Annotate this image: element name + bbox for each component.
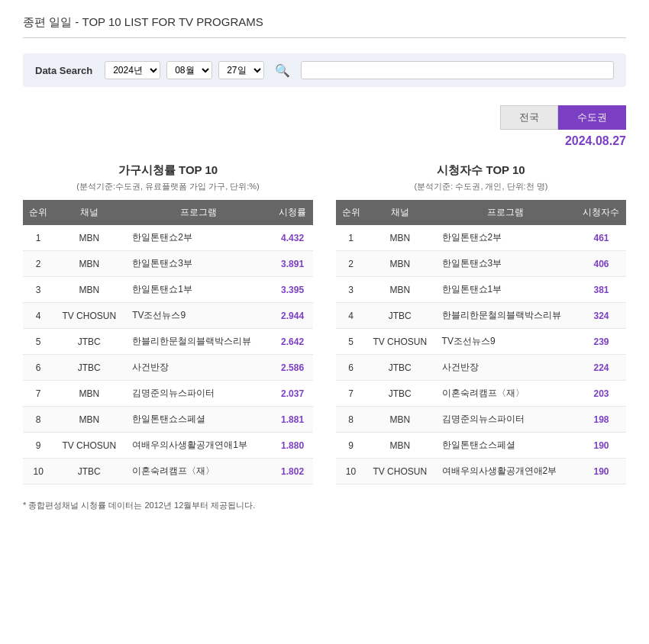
rank-cell: 10 [23, 459, 53, 485]
program-cell: 김명준의뉴스파이터 [434, 407, 576, 433]
table-row: 10 JTBC 이혼숙려캠프〈재〉 1.802 [23, 459, 313, 485]
rating-cell: 2.037 [272, 381, 313, 407]
table-row: 9 TV CHOSUN 여배우의사생활공개연애1부 1.880 [23, 433, 313, 459]
rank-cell: 2 [23, 251, 53, 277]
rating-cell: 3.891 [272, 251, 313, 277]
channel-cell: TV CHOSUN [366, 329, 434, 355]
channel-cell: TV CHOSUN [366, 459, 434, 485]
channel-cell: JTBC [53, 355, 124, 381]
program-cell: 한블리한문철의블랙박스리뷰 [124, 329, 272, 355]
channel-cell: JTBC [53, 329, 124, 355]
table-row: 1 MBN 한일톤탠쇼2부 461 [336, 225, 626, 251]
region-btn-metro[interactable]: 수도권 [558, 105, 626, 130]
viewers-cell: 461 [576, 225, 626, 251]
search-button[interactable]: 🔍 [270, 62, 295, 79]
right-table-subtitle: (분석기준: 수도권, 개인, 단위:천 명) [336, 181, 626, 192]
rank-cell: 8 [23, 407, 53, 433]
program-cell: 한일톤탠쇼2부 [124, 225, 272, 251]
right-table-title: 시청자수 TOP 10 [336, 163, 626, 178]
rank-cell: 5 [23, 329, 53, 355]
program-cell: 한일톤탠쇼2부 [434, 225, 576, 251]
table-row: 5 TV CHOSUN TV조선뉴스9 239 [336, 329, 626, 355]
channel-cell: MBN [366, 225, 434, 251]
left-table: 순위 채널 프로그램 시청률 1 MBN 한일톤탠쇼2부 4.432 2 MBN… [23, 200, 313, 485]
program-cell: 한일톤탠쇼3부 [434, 251, 576, 277]
rank-cell: 9 [336, 433, 366, 459]
table-row: 6 JTBC 사건반장 2.586 [23, 355, 313, 381]
viewers-cell: 190 [576, 433, 626, 459]
left-table-subtitle: (분석기준:수도권, 유료플랫폼 가입 가구, 단위:%) [23, 181, 313, 192]
table-row: 5 JTBC 한블리한문철의블랙박스리뷰 2.642 [23, 329, 313, 355]
table-row: 7 JTBC 이혼숙려캠프〈재〉 203 [336, 381, 626, 407]
program-cell: TV조선뉴스9 [434, 329, 576, 355]
rating-cell: 2.642 [272, 329, 313, 355]
table-row: 2 MBN 한일톤탠쇼3부 3.891 [23, 251, 313, 277]
left-table-section: 가구시청률 TOP 10 (분석기준:수도권, 유료플랫폼 가입 가구, 단위:… [23, 163, 313, 485]
right-col-rank: 순위 [336, 200, 366, 225]
program-cell: 여배우의사생활공개연애1부 [124, 433, 272, 459]
rank-cell: 10 [336, 459, 366, 485]
table-row: 10 TV CHOSUN 여배우의사생활공개연애2부 190 [336, 459, 626, 485]
program-cell: 한블리한문철의블랙박스리뷰 [434, 303, 576, 329]
channel-cell: MBN [53, 407, 124, 433]
search-input[interactable] [301, 61, 614, 79]
left-col-rank: 순위 [23, 200, 53, 225]
table-row: 8 MBN 한일톤탠쇼스페셜 1.881 [23, 407, 313, 433]
rank-cell: 6 [23, 355, 53, 381]
channel-cell: TV CHOSUN [53, 433, 124, 459]
right-col-channel: 채널 [366, 200, 434, 225]
program-cell: 사건반장 [434, 355, 576, 381]
viewers-cell: 239 [576, 329, 626, 355]
rank-cell: 1 [336, 225, 366, 251]
rank-cell: 9 [23, 433, 53, 459]
channel-cell: MBN [366, 433, 434, 459]
table-row: 1 MBN 한일톤탠쇼2부 4.432 [23, 225, 313, 251]
rating-cell: 1.881 [272, 407, 313, 433]
program-cell: 여배우의사생활공개연애2부 [434, 459, 576, 485]
viewers-cell: 381 [576, 277, 626, 303]
right-table-header-row: 순위 채널 프로그램 시청자수 [336, 200, 626, 225]
left-col-channel: 채널 [53, 200, 124, 225]
region-btn-nationwide[interactable]: 전국 [500, 105, 558, 130]
right-table: 순위 채널 프로그램 시청자수 1 MBN 한일톤탠쇼2부 461 2 MBN … [336, 200, 626, 485]
search-bar: Data Search 2024년 08월 27일 🔍 [23, 53, 626, 87]
viewers-cell: 198 [576, 407, 626, 433]
table-row: 3 MBN 한일톤탠쇼1부 3.395 [23, 277, 313, 303]
viewers-cell: 203 [576, 381, 626, 407]
table-row: 8 MBN 김명준의뉴스파이터 198 [336, 407, 626, 433]
channel-cell: JTBC [366, 303, 434, 329]
left-col-rating: 시청률 [272, 200, 313, 225]
search-label: Data Search [35, 65, 92, 76]
channel-cell: MBN [366, 407, 434, 433]
program-cell: 한일톤탠쇼3부 [124, 251, 272, 277]
region-buttons: 전국 수도권 [23, 105, 626, 130]
table-row: 4 JTBC 한블리한문철의블랙박스리뷰 324 [336, 303, 626, 329]
channel-cell: MBN [366, 251, 434, 277]
program-cell: 한일톤탠쇼스페셜 [434, 433, 576, 459]
viewers-cell: 190 [576, 459, 626, 485]
left-col-program: 프로그램 [124, 200, 272, 225]
month-select[interactable]: 08월 [166, 61, 212, 79]
left-table-header-row: 순위 채널 프로그램 시청률 [23, 200, 313, 225]
table-row: 9 MBN 한일톤탠쇼스페셜 190 [336, 433, 626, 459]
day-select[interactable]: 27일 [218, 61, 264, 79]
program-cell: 사건반장 [124, 355, 272, 381]
page-title: 종편 일일 - TOP 10 LIST FOR TV PROGRAMS [23, 15, 626, 38]
rating-cell: 4.432 [272, 225, 313, 251]
rank-cell: 4 [23, 303, 53, 329]
program-cell: 한일톤탠쇼스페셜 [124, 407, 272, 433]
channel-cell: JTBC [53, 459, 124, 485]
channel-cell: TV CHOSUN [53, 303, 124, 329]
rank-cell: 2 [336, 251, 366, 277]
rank-cell: 7 [23, 381, 53, 407]
program-cell: 이혼숙려캠프〈재〉 [434, 381, 576, 407]
rating-cell: 2.944 [272, 303, 313, 329]
rank-cell: 8 [336, 407, 366, 433]
table-row: 2 MBN 한일톤탠쇼3부 406 [336, 251, 626, 277]
table-row: 6 JTBC 사건반장 224 [336, 355, 626, 381]
table-row: 7 MBN 김명준의뉴스파이터 2.037 [23, 381, 313, 407]
right-col-program: 프로그램 [434, 200, 576, 225]
viewers-cell: 324 [576, 303, 626, 329]
year-select[interactable]: 2024년 [105, 61, 160, 79]
program-cell: TV조선뉴스9 [124, 303, 272, 329]
